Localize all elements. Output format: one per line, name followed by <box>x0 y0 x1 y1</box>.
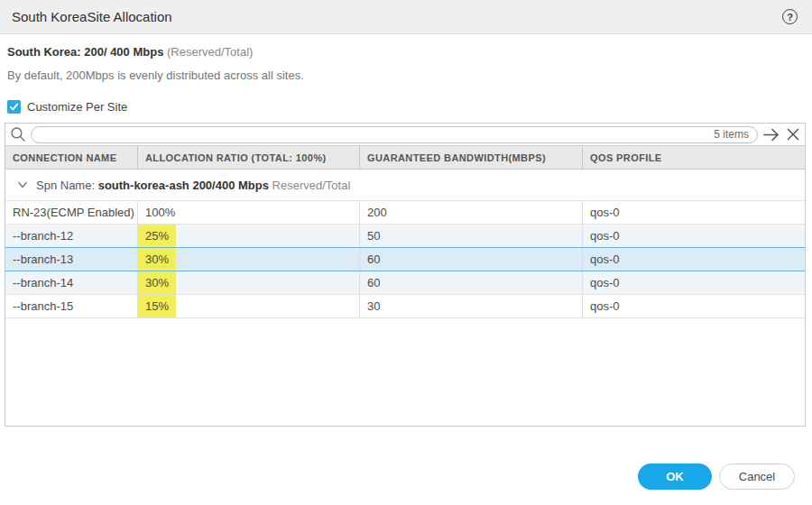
cell-allocation-ratio[interactable]: 30% <box>138 271 360 294</box>
cell-guaranteed-bandwidth[interactable]: 60 <box>360 271 583 294</box>
cell-connection-name: --branch-13 <box>5 248 138 271</box>
site-allocation-dialog: South KoreaSite Allocation ? South Korea… <box>0 0 812 505</box>
table-row[interactable]: --branch-14 30% 60 qos-0 <box>5 271 805 295</box>
column-header-connection-name[interactable]: CONNECTION NAME <box>5 146 138 169</box>
cell-allocation-ratio[interactable]: 100% <box>138 201 360 224</box>
cell-allocation-ratio[interactable]: 25% <box>138 225 360 247</box>
cell-guaranteed-bandwidth[interactable]: 60 <box>360 248 583 271</box>
cell-qos-profile[interactable]: qos-0 <box>583 271 805 294</box>
chevron-down-icon[interactable] <box>16 179 29 191</box>
close-icon[interactable] <box>786 127 800 142</box>
summary-headline-suffix: (Reserved/Total) <box>167 45 253 59</box>
search-input[interactable] <box>41 128 714 141</box>
cell-guaranteed-bandwidth[interactable]: 200 <box>360 201 583 224</box>
spn-group-row[interactable]: Spn Name: south-korea-ash 200/400 Mbps R… <box>5 170 805 201</box>
customize-checkbox-label[interactable]: Customize Per Site <box>27 100 127 114</box>
cell-connection-name: RN-23(ECMP Enabled) <box>5 201 138 224</box>
table-row[interactable]: --branch-12 25% 50 qos-0 <box>5 225 805 248</box>
dialog-footer: OK Cancel <box>638 464 795 490</box>
cell-qos-profile[interactable]: qos-0 <box>583 295 805 317</box>
cell-allocation-ratio[interactable]: 15% <box>138 295 360 317</box>
summary-headline: South Korea: 200/ 400 Mbps <box>7 45 163 59</box>
cell-connection-name: --branch-15 <box>5 295 138 317</box>
dialog-title: South KoreaSite Allocation <box>12 9 172 24</box>
ok-button[interactable]: OK <box>638 464 712 490</box>
spn-group-label: Spn Name: south-korea-ash 200/400 Mbps R… <box>36 179 350 192</box>
cell-connection-name: --branch-14 <box>5 271 138 294</box>
customize-checkbox[interactable] <box>7 100 21 114</box>
table-search-bar: 5 items <box>5 124 805 146</box>
cell-qos-profile[interactable]: qos-0 <box>583 248 805 271</box>
cell-guaranteed-bandwidth[interactable]: 30 <box>360 295 583 317</box>
table-row[interactable]: RN-23(ECMP Enabled) 100% 200 qos-0 <box>5 201 805 225</box>
table-empty-area <box>5 318 805 426</box>
cell-qos-profile[interactable]: qos-0 <box>583 225 805 247</box>
table-header-row: CONNECTION NAME ALLOCATION RATIO (TOTAL:… <box>5 146 805 170</box>
customize-per-site-row: Customize Per Site <box>7 100 127 114</box>
allocation-summary: South Korea: 200/ 400 Mbps (Reserved/Tot… <box>7 45 253 59</box>
table-row[interactable]: --branch-15 15% 30 qos-0 <box>5 295 805 318</box>
search-icon <box>10 126 26 142</box>
arrow-right-icon[interactable] <box>762 127 781 142</box>
checkmark-icon <box>9 102 19 112</box>
table-row-selected[interactable]: --branch-13 30% 60 qos-0 <box>5 247 805 271</box>
column-header-allocation-ratio[interactable]: ALLOCATION RATIO (TOTAL: 100%) <box>138 146 360 169</box>
cell-allocation-ratio[interactable]: 30% <box>138 248 360 271</box>
items-count-badge: 5 items <box>714 128 749 141</box>
dialog-titlebar: South KoreaSite Allocation ? <box>0 0 812 34</box>
column-header-guaranteed-bandwidth[interactable]: GUARANTEED BANDWIDTH(MBPS) <box>360 146 583 169</box>
cell-qos-profile[interactable]: qos-0 <box>583 201 805 224</box>
summary-description: By default, 200Mbps is evenly distribute… <box>7 69 304 82</box>
cancel-button[interactable]: Cancel <box>719 464 795 490</box>
search-input-pill: 5 items <box>31 126 758 143</box>
allocation-table: 5 items CONNECTION NAME ALLOCATION RATIO… <box>5 123 806 427</box>
cell-connection-name: --branch-12 <box>5 225 138 247</box>
help-icon[interactable]: ? <box>782 9 798 24</box>
cell-guaranteed-bandwidth[interactable]: 50 <box>360 225 583 247</box>
column-header-qos-profile[interactable]: QOS PROFILE <box>583 146 805 169</box>
